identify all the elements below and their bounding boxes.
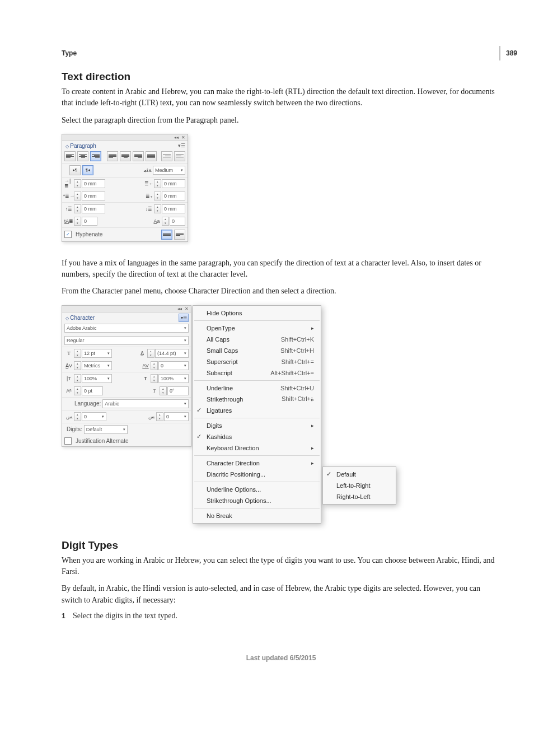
skew-input[interactable]: 0° bbox=[167, 386, 189, 395]
baseline-shift-input[interactable]: 0 pt bbox=[82, 386, 103, 395]
leading-spinner[interactable]: ▴▾ bbox=[147, 349, 154, 358]
space-before-input[interactable]: 0 mm bbox=[82, 204, 105, 213]
baseline-shift-spinner[interactable]: ▴▾ bbox=[74, 386, 81, 395]
hscale-input[interactable]: 100%▾ bbox=[158, 374, 189, 383]
vscale-icon: |T bbox=[64, 375, 73, 382]
space-before-spinner[interactable]: ▴▾ bbox=[74, 204, 81, 213]
hyphenate-label: Hyphenate bbox=[76, 231, 102, 237]
paragraph-rtl-button[interactable]: ¶◂ bbox=[82, 165, 93, 175]
paragraph-panel: ◂◂ ✕ ◇ Paragraph ▾☰ bbox=[62, 134, 188, 242]
submenu-default[interactable]: ✓Default bbox=[323, 469, 396, 480]
align-right-button[interactable] bbox=[90, 151, 101, 161]
align-center-button[interactable] bbox=[77, 151, 88, 161]
breadcrumb: Type bbox=[62, 49, 500, 57]
menu-kashidas[interactable]: ✓Kashidas bbox=[193, 431, 321, 442]
no-break-icon-button[interactable] bbox=[161, 230, 172, 240]
dropcap-lines-input[interactable]: 0 bbox=[82, 217, 97, 226]
menu-no-break[interactable]: No Break bbox=[193, 510, 321, 521]
footer-last-updated: Last updated 6/5/2015 bbox=[62, 654, 500, 662]
first-line-indent-icon: *≣→ bbox=[64, 192, 73, 200]
menu-character-direction[interactable]: Character Direction▸ bbox=[193, 458, 321, 469]
align-away-spine-button[interactable] bbox=[174, 151, 185, 161]
font-style-dropdown[interactable]: Regular▾ bbox=[64, 336, 189, 345]
collapse-icon[interactable]: ◂◂ bbox=[177, 307, 182, 311]
justification-alternate-checkbox[interactable]: ✓ bbox=[64, 437, 72, 445]
vscale-spinner[interactable]: ▴▾ bbox=[74, 374, 81, 383]
diacritic-y-spinner[interactable]: ▴▾ bbox=[156, 412, 163, 421]
tracking-input[interactable]: 0▾ bbox=[158, 361, 189, 370]
hyphenate-checkbox[interactable]: ✓ bbox=[64, 231, 72, 238]
align-left-button[interactable] bbox=[64, 151, 76, 161]
digits-dropdown[interactable]: Default▾ bbox=[84, 425, 128, 434]
close-icon[interactable]: ✕ bbox=[184, 307, 189, 311]
diacritic-y-input[interactable]: 0▾ bbox=[164, 412, 189, 421]
first-line-indent-spinner[interactable]: ▴▾ bbox=[74, 192, 81, 200]
diacritic-x-input[interactable]: 0▾ bbox=[82, 412, 106, 421]
menu-small-caps[interactable]: Small CapsShift+Ctrl+H bbox=[193, 345, 321, 356]
hscale-icon: T bbox=[141, 375, 150, 382]
menu-ligatures[interactable]: ✓Ligatures bbox=[193, 405, 321, 416]
panel-menu-button[interactable]: ▾☰ bbox=[178, 143, 185, 148]
kerning-spinner[interactable]: ▴▾ bbox=[74, 361, 81, 370]
justify-right-button[interactable] bbox=[133, 151, 144, 161]
dropcap-chars-input[interactable]: 0 bbox=[170, 217, 185, 226]
menu-hide-options[interactable]: Hide Options bbox=[193, 307, 321, 319]
collapse-icon[interactable]: ◂◂ bbox=[174, 136, 179, 139]
align-toward-spine-button[interactable] bbox=[161, 151, 172, 161]
menu-underline[interactable]: UnderlineShift+Ctrl+U bbox=[193, 382, 321, 394]
panel-tab-character[interactable]: ◇ Character bbox=[63, 314, 97, 321]
paragraph: By default, in Arabic, the Hindi version… bbox=[62, 583, 498, 606]
justify-all-button[interactable] bbox=[146, 151, 157, 161]
heading-text-direction: Text direction bbox=[62, 71, 500, 83]
figure-character-panel: ◂◂ ✕ ◇ Character ▾☰ Adobe Arabic▾ Regula… bbox=[62, 305, 500, 524]
dropcap-lines-spinner[interactable]: ▴▾ bbox=[74, 217, 81, 226]
menu-superscript[interactable]: SuperscriptShift+Ctrl+= bbox=[193, 356, 321, 367]
menu-strikethrough[interactable]: StrikethroughShift+Ctrl+ة bbox=[193, 394, 321, 405]
menu-diacritic-positioning[interactable]: Diacritic Positioning... bbox=[193, 469, 321, 480]
space-after-spinner[interactable]: ▴▾ bbox=[154, 204, 161, 213]
tracking-spinner[interactable]: ▴▾ bbox=[151, 361, 158, 370]
diacritic-x-spinner[interactable]: ▴▾ bbox=[74, 412, 81, 421]
submenu-left-to-right[interactable]: Left-to-Right bbox=[323, 480, 396, 491]
vscale-input[interactable]: 100%▾ bbox=[82, 374, 112, 383]
language-dropdown[interactable]: Arabic▾ bbox=[102, 399, 189, 408]
menu-digits[interactable]: Digits▸ bbox=[193, 420, 321, 431]
menu-strikethrough-options[interactable]: Strikethrough Options... bbox=[193, 495, 321, 506]
menu-underline-options[interactable]: Underline Options... bbox=[193, 484, 321, 495]
language-label: Language: bbox=[64, 400, 101, 407]
menu-all-caps[interactable]: All CapsShift+Ctrl+K bbox=[193, 334, 321, 345]
paragraph: Select the paragraph direction from the … bbox=[62, 115, 498, 126]
alignment-row bbox=[62, 150, 188, 163]
first-line-indent-input[interactable]: 0 mm bbox=[82, 192, 105, 200]
no-break-icon2-button[interactable] bbox=[174, 230, 185, 240]
hscale-spinner[interactable]: ▴▾ bbox=[151, 374, 158, 383]
last-line-indent-spinner[interactable]: ▴▾ bbox=[154, 192, 161, 200]
font-size-input[interactable]: 12 pt▾ bbox=[82, 349, 112, 358]
submenu-right-to-left[interactable]: Right-to-Left bbox=[323, 491, 396, 502]
indent-left-input[interactable]: 0 mm bbox=[82, 179, 105, 188]
panel-menu-button[interactable]: ▾☰ bbox=[179, 314, 189, 322]
justify-center-button[interactable] bbox=[120, 151, 131, 161]
indent-right-input[interactable]: 0 mm bbox=[162, 179, 185, 188]
menu-subscript[interactable]: SubscriptAlt+Shift+Ctrl+= bbox=[193, 367, 321, 379]
indent-right-spinner[interactable]: ▴▾ bbox=[154, 179, 161, 188]
panel-tab-paragraph[interactable]: ◇ Paragraph bbox=[63, 142, 99, 150]
space-before-icon: ↑≣ bbox=[64, 205, 73, 213]
space-after-input[interactable]: 0 mm bbox=[162, 204, 185, 213]
close-icon[interactable]: ✕ bbox=[181, 136, 186, 139]
last-line-indent-input[interactable]: 0 mm bbox=[162, 192, 185, 200]
kashida-dropdown[interactable]: Medium▾ bbox=[153, 166, 185, 175]
dropcap-lines-icon: tA≣ bbox=[64, 217, 73, 225]
justify-left-button[interactable] bbox=[107, 151, 118, 161]
leading-input[interactable]: (14.4 pt)▾ bbox=[155, 349, 189, 358]
paragraph: To create content in Arabic and Hebrew, … bbox=[62, 86, 498, 109]
menu-keyboard-direction[interactable]: Keyboard Direction▸ bbox=[193, 442, 321, 454]
dropcap-chars-spinner[interactable]: ▴▾ bbox=[162, 217, 169, 226]
font-size-spinner[interactable]: ▴▾ bbox=[74, 349, 81, 358]
font-family-dropdown[interactable]: Adobe Arabic▾ bbox=[64, 324, 189, 333]
menu-opentype[interactable]: OpenType▸ bbox=[193, 323, 321, 334]
skew-spinner[interactable]: ▴▾ bbox=[160, 386, 167, 395]
kerning-input[interactable]: Metrics▾ bbox=[82, 361, 112, 370]
indent-left-spinner[interactable]: ▴▾ bbox=[74, 179, 81, 188]
paragraph-ltr-button[interactable]: ▸¶ bbox=[69, 165, 81, 175]
